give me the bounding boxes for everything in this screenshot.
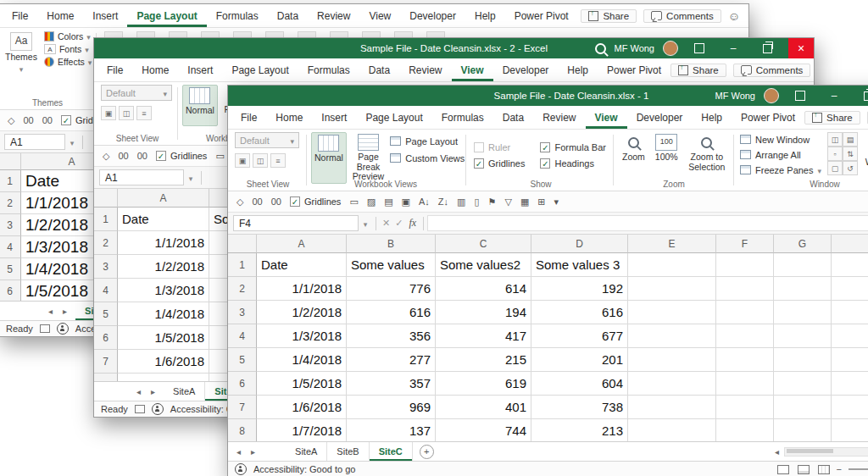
- format-painter-icon[interactable]: ▨: [367, 196, 376, 208]
- name-box-dropdown[interactable]: [65, 136, 79, 148]
- cell[interactable]: 677: [531, 324, 628, 348]
- ruler-checkbox[interactable]: Ruler: [474, 139, 526, 155]
- ribbon-tab-review[interactable]: Review: [308, 4, 359, 27]
- cell-fill[interactable]: [832, 396, 868, 419]
- cell[interactable]: Some values: [347, 253, 436, 277]
- cell[interactable]: 356: [347, 324, 436, 348]
- ribbon-tab-insert[interactable]: Insert: [83, 4, 127, 27]
- column-header-A[interactable]: A: [118, 189, 209, 208]
- sort-descending-icon[interactable]: Z↓: [438, 196, 448, 207]
- ribbon-tab-page-layout[interactable]: Page Layout: [222, 58, 298, 81]
- zoom-button[interactable]: Zoom: [620, 132, 648, 164]
- cell[interactable]: [774, 348, 832, 372]
- restore-button[interactable]: [754, 38, 780, 58]
- cell-fill[interactable]: [832, 419, 868, 441]
- cell[interactable]: 738: [531, 396, 628, 419]
- cell[interactable]: [774, 419, 832, 441]
- row-header[interactable]: 4: [94, 279, 118, 302]
- ribbon-tab-file[interactable]: File: [97, 58, 132, 81]
- zoom-to-selection-button[interactable]: Zoom to Selection: [686, 132, 728, 174]
- ribbon-tab-data[interactable]: Data: [359, 58, 399, 81]
- feedback-smiley-icon[interactable]: [728, 9, 740, 23]
- ribbon-tab-home[interactable]: Home: [37, 4, 83, 27]
- cell[interactable]: [628, 277, 716, 301]
- ribbon-tab-file[interactable]: File: [3, 4, 37, 27]
- column-header-C[interactable]: C: [436, 235, 531, 253]
- cell[interactable]: [774, 301, 832, 324]
- cell[interactable]: 1/4/2018: [118, 302, 209, 326]
- split-icon[interactable]: ◫: [827, 132, 843, 147]
- name-box-dropdown[interactable]: [184, 172, 198, 184]
- cell-fill[interactable]: [832, 324, 868, 348]
- prev-sheet-icon[interactable]: [48, 307, 53, 316]
- minimize-button[interactable]: [721, 38, 746, 58]
- ribbon-tab-review[interactable]: Review: [533, 106, 585, 129]
- cell[interactable]: 1/6/2018: [257, 396, 347, 419]
- comments-button[interactable]: Comments: [733, 64, 811, 77]
- arrange-all-button[interactable]: Arrange All: [740, 147, 821, 162]
- ribbon-tab-formulas[interactable]: Formulas: [298, 58, 359, 81]
- page-break-preview-button[interactable]: Page Break Preview: [350, 132, 387, 184]
- row-header[interactable]: 1: [94, 208, 118, 231]
- ribbon-tab-review[interactable]: Review: [399, 58, 451, 81]
- row-header[interactable]: 4: [0, 236, 21, 258]
- cell[interactable]: 1/3/2018: [257, 324, 347, 348]
- row-header[interactable]: 4: [228, 324, 257, 348]
- sheet-tab-sitea[interactable]: SiteA: [286, 442, 327, 461]
- sheet-view-options-icon[interactable]: ≡: [136, 106, 152, 120]
- ribbon-tab-help[interactable]: Help: [558, 58, 598, 81]
- cell[interactable]: 969: [347, 396, 436, 419]
- shape-rect-icon[interactable]: ▭: [215, 151, 224, 162]
- cell[interactable]: [628, 419, 716, 441]
- horizontal-scrollbar[interactable]: [775, 447, 868, 457]
- worksheet-grid[interactable]: ABCDEFG1DateSome valuesSome values2Some …: [228, 235, 868, 441]
- cell[interactable]: 1/5/2018: [118, 326, 209, 350]
- zoom-100-button[interactable]: 100 100%: [653, 132, 681, 164]
- name-box[interactable]: A1: [4, 134, 65, 150]
- ribbon-tab-developer[interactable]: Developer: [493, 58, 559, 81]
- row-header[interactable]: 5: [228, 348, 257, 372]
- ribbon-tab-formulas[interactable]: Formulas: [432, 106, 493, 129]
- macro-record-icon[interactable]: [40, 324, 50, 333]
- increase-decimal-icon[interactable]: 00: [252, 196, 262, 207]
- close-button[interactable]: [788, 38, 814, 58]
- cell[interactable]: 277: [347, 348, 436, 372]
- row-header[interactable]: 2: [94, 231, 118, 255]
- page-break-view-shortcut[interactable]: [818, 465, 830, 474]
- cell[interactable]: Some values2: [436, 253, 531, 277]
- cell[interactable]: Date: [118, 208, 209, 231]
- decrease-decimal-icon[interactable]: 00: [137, 151, 147, 161]
- cell[interactable]: 192: [531, 277, 628, 301]
- select-all-corner[interactable]: [94, 189, 118, 208]
- synchronous-scrolling-icon[interactable]: ⇅: [843, 147, 858, 161]
- cell-fill[interactable]: [832, 372, 868, 396]
- next-sheet-icon[interactable]: [63, 307, 67, 316]
- cell[interactable]: [628, 348, 716, 372]
- row-header[interactable]: 2: [0, 192, 21, 214]
- cell-fill[interactable]: [832, 277, 868, 301]
- ribbon-tab-insert[interactable]: Insert: [178, 58, 222, 81]
- cell[interactable]: [716, 372, 774, 396]
- keep-sheet-view-icon[interactable]: ▣: [235, 153, 250, 168]
- share-button[interactable]: Share: [581, 9, 637, 23]
- sheet-tab-sitea[interactable]: SiteA: [164, 382, 205, 401]
- cell[interactable]: 776: [347, 277, 436, 301]
- cell-fill[interactable]: [832, 253, 868, 277]
- ribbon-tab-data[interactable]: Data: [493, 106, 533, 129]
- cell[interactable]: [716, 277, 774, 301]
- ribbon-tab-power-pivot[interactable]: Power Pivot: [598, 58, 670, 81]
- macro-record-icon[interactable]: [135, 405, 145, 413]
- select-all-corner[interactable]: [0, 153, 21, 170]
- sheet-tab-siteb[interactable]: SiteB: [327, 442, 369, 461]
- custom-views-button[interactable]: Custom Views: [390, 151, 465, 165]
- cell[interactable]: 401: [436, 396, 531, 419]
- select-all-corner[interactable]: [228, 235, 257, 253]
- cell[interactable]: [774, 277, 832, 301]
- cell[interactable]: 744: [436, 419, 531, 441]
- title-bar[interactable]: Sample File - Date Cleansin.xlsx - 1 MF …: [228, 86, 868, 106]
- shape-rect-icon[interactable]: ▭: [349, 196, 358, 208]
- ribbon-tab-developer[interactable]: Developer: [400, 4, 465, 27]
- column-header-E[interactable]: E: [628, 235, 716, 253]
- cell[interactable]: 137: [347, 419, 436, 441]
- cell[interactable]: 1/2/2018: [118, 255, 209, 279]
